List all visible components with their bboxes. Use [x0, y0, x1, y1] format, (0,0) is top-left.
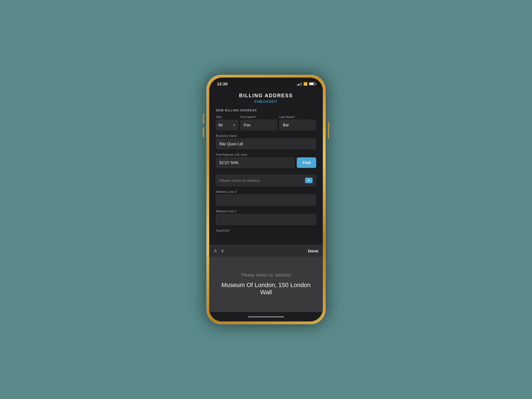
first-name-input[interactable] [240, 120, 277, 130]
first-name-label: First Name* [240, 115, 277, 119]
find-address-group: Find Address (UK only) Find [216, 153, 316, 171]
toolbar-done-button[interactable]: Done [308, 249, 319, 253]
title-label: Title [216, 115, 238, 119]
toolbar-prev-button[interactable]: ∧ [214, 248, 217, 254]
town-city-group: Town/City* [216, 229, 316, 232]
form-area: BILLING ADDRESS CHECKOUT NEW BILLING ADD… [209, 87, 323, 245]
volume-up-button [203, 114, 204, 124]
business-name-input[interactable] [216, 139, 316, 149]
last-name-label: Last Name* [279, 115, 316, 119]
last-name-field-group: Last Name* [279, 115, 316, 130]
find-button[interactable]: Find [297, 157, 316, 168]
address-select-arrow-icon: ▼ [305, 178, 313, 183]
toolbar-next-button[interactable]: ∨ [221, 248, 224, 254]
address-line2-group: Address Line 2 [216, 209, 316, 225]
picker-placeholder: Please select an address [241, 273, 291, 278]
status-icons: 📶 [297, 82, 315, 86]
page-title: BILLING ADDRESS [216, 93, 316, 99]
keyboard-toolbar: ∧ ∨ Done [209, 245, 323, 257]
power-button [328, 122, 329, 139]
screen-content: BILLING ADDRESS CHECKOUT NEW BILLING ADD… [209, 87, 323, 321]
battery-icon [309, 82, 315, 85]
phone-device: 12:20 📶 BILLING ADDRESS CHECK [206, 75, 326, 324]
notch [245, 78, 287, 85]
find-address-label: Find Address (UK only) [216, 153, 316, 156]
home-bar [248, 316, 284, 318]
find-row: Find [216, 157, 316, 168]
first-name-field-group: First Name* [240, 115, 277, 130]
name-row: Title Mr ▼ First Name* Last Name* [216, 115, 316, 130]
address-line1-label: Address Line 1* [216, 190, 316, 193]
address-line1-group: Address Line 1* [216, 190, 316, 206]
title-field-group: Title Mr ▼ [216, 115, 238, 130]
business-name-label: Business Name [216, 134, 316, 137]
find-address-input[interactable] [216, 157, 295, 168]
title-select[interactable]: Mr ▼ [216, 120, 238, 130]
address-select-dropdown[interactable]: Please select an address ▼ [216, 175, 316, 186]
town-city-label: Town/City* [216, 229, 316, 232]
section-label: NEW BILLING ADDRESS [216, 109, 316, 112]
home-indicator [209, 312, 323, 321]
address-line1-input[interactable] [216, 195, 316, 206]
address-line2-input[interactable] [216, 214, 316, 225]
signal-icon [297, 82, 302, 86]
last-name-input[interactable] [279, 120, 316, 130]
title-value: Mr [218, 123, 223, 127]
title-arrow-icon: ▼ [233, 124, 236, 127]
business-name-group: Business Name [216, 134, 316, 149]
page-subtitle: CHECKOUT [216, 100, 316, 104]
volume-down-button [203, 127, 204, 137]
address-select-placeholder: Please select an address [219, 178, 260, 183]
picker-area: Please select an address Museum Of Londo… [209, 257, 323, 312]
status-time: 12:20 [217, 81, 227, 86]
toolbar-nav: ∧ ∨ [214, 248, 224, 254]
picker-selected-option[interactable]: Museum Of London, 150 London Wall [216, 282, 316, 296]
address-line2-label: Address Line 2 [216, 209, 316, 213]
wifi-icon: 📶 [303, 82, 308, 86]
phone-screen: 12:20 📶 BILLING ADDRESS CHECK [209, 78, 323, 321]
